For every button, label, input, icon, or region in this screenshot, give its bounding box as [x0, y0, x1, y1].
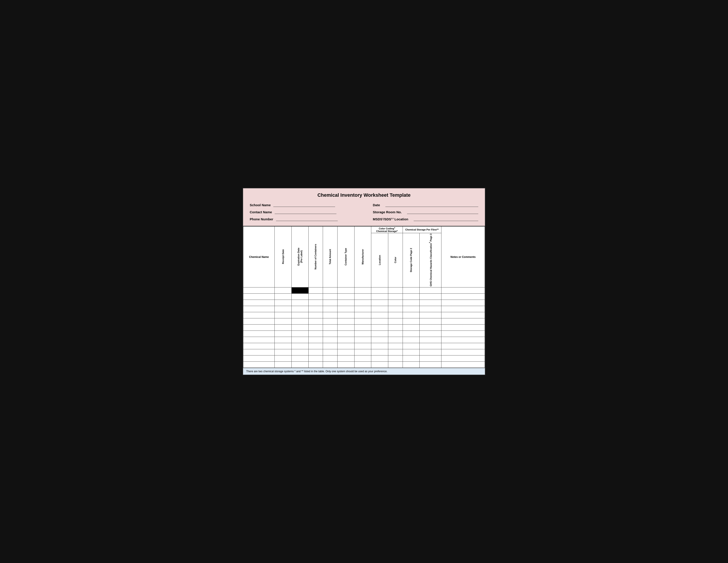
cell-total-amount[interactable]: [323, 319, 338, 325]
cell-chemical-name[interactable]: [243, 319, 275, 325]
cell-expiration-date[interactable]: [291, 356, 308, 362]
cell-receipt-date[interactable]: [275, 337, 292, 343]
cell-num-containers[interactable]: [308, 294, 323, 300]
cell-container-type[interactable]: [338, 306, 355, 312]
cell-manufacturer[interactable]: [354, 325, 371, 331]
date-input[interactable]: [385, 203, 478, 207]
cell-manufacturer[interactable]: [354, 343, 371, 349]
cell-chemical-name[interactable]: [243, 331, 275, 337]
cell-ghs[interactable]: [420, 331, 441, 337]
cell-chemical-name[interactable]: [243, 325, 275, 331]
cell-manufacturer[interactable]: [354, 288, 371, 294]
cell-chemical-name[interactable]: [243, 356, 275, 362]
cell-chemical-name[interactable]: [243, 294, 275, 300]
cell-storage-code[interactable]: [403, 325, 420, 331]
cell-location[interactable]: [371, 356, 388, 362]
cell-receipt-date[interactable]: [275, 294, 292, 300]
cell-color[interactable]: [388, 300, 403, 306]
cell-receipt-date[interactable]: [275, 325, 292, 331]
cell-storage-code[interactable]: [403, 349, 420, 356]
cell-color[interactable]: [388, 319, 403, 325]
cell-manufacturer[interactable]: [354, 349, 371, 356]
cell-notes[interactable]: [441, 356, 485, 362]
cell-num-containers[interactable]: [308, 356, 323, 362]
cell-location[interactable]: [371, 306, 388, 312]
cell-container-type[interactable]: [338, 312, 355, 319]
cell-manufacturer[interactable]: [354, 300, 371, 306]
cell-notes[interactable]: [441, 294, 485, 300]
cell-receipt-date[interactable]: [275, 288, 292, 294]
cell-ghs[interactable]: [420, 294, 441, 300]
cell-expiration-date[interactable]: [291, 312, 308, 319]
cell-expiration-date[interactable]: [291, 306, 308, 312]
cell-container-type[interactable]: [338, 319, 355, 325]
cell-receipt-date[interactable]: [275, 356, 292, 362]
cell-expiration-date[interactable]: [291, 337, 308, 343]
cell-color[interactable]: [388, 306, 403, 312]
cell-container-type[interactable]: [338, 331, 355, 337]
cell-manufacturer[interactable]: [354, 356, 371, 362]
cell-storage-code[interactable]: [403, 356, 420, 362]
cell-manufacturer[interactable]: [354, 312, 371, 319]
cell-storage-code[interactable]: [403, 362, 420, 368]
cell-storage-code[interactable]: [403, 343, 420, 349]
cell-manufacturer[interactable]: [354, 362, 371, 368]
cell-expiration-date[interactable]: [291, 300, 308, 306]
cell-notes[interactable]: [441, 325, 485, 331]
cell-total-amount[interactable]: [323, 349, 338, 356]
cell-expiration-date[interactable]: [291, 349, 308, 356]
cell-chemical-name[interactable]: [243, 362, 275, 368]
cell-num-containers[interactable]: [308, 319, 323, 325]
cell-container-type[interactable]: [338, 337, 355, 343]
cell-storage-code[interactable]: [403, 294, 420, 300]
cell-num-containers[interactable]: [308, 300, 323, 306]
cell-location[interactable]: [371, 343, 388, 349]
msds-location-input[interactable]: [414, 217, 478, 221]
cell-num-containers[interactable]: [308, 312, 323, 319]
cell-ghs[interactable]: [420, 306, 441, 312]
cell-expiration-date[interactable]: [291, 343, 308, 349]
cell-color[interactable]: [388, 312, 403, 319]
cell-ghs[interactable]: [420, 362, 441, 368]
cell-storage-code[interactable]: [403, 337, 420, 343]
cell-total-amount[interactable]: [323, 325, 338, 331]
cell-ghs[interactable]: [420, 337, 441, 343]
cell-num-containers[interactable]: [308, 325, 323, 331]
cell-ghs[interactable]: [420, 349, 441, 356]
cell-num-containers[interactable]: [308, 288, 323, 294]
cell-ghs[interactable]: [420, 343, 441, 349]
cell-container-type[interactable]: [338, 325, 355, 331]
cell-expiration-date[interactable]: [291, 294, 308, 300]
cell-chemical-name[interactable]: [243, 343, 275, 349]
cell-total-amount[interactable]: [323, 288, 338, 294]
cell-total-amount[interactable]: [323, 294, 338, 300]
cell-ghs[interactable]: [420, 356, 441, 362]
cell-num-containers[interactable]: [308, 343, 323, 349]
cell-total-amount[interactable]: [323, 337, 338, 343]
cell-notes[interactable]: [441, 319, 485, 325]
cell-receipt-date[interactable]: [275, 349, 292, 356]
cell-location[interactable]: [371, 331, 388, 337]
cell-receipt-date[interactable]: [275, 331, 292, 337]
cell-location[interactable]: [371, 337, 388, 343]
cell-location[interactable]: [371, 362, 388, 368]
cell-chemical-name[interactable]: [243, 337, 275, 343]
cell-storage-code[interactable]: [403, 312, 420, 319]
cell-manufacturer[interactable]: [354, 337, 371, 343]
cell-receipt-date[interactable]: [275, 300, 292, 306]
cell-notes[interactable]: [441, 349, 485, 356]
cell-total-amount[interactable]: [323, 312, 338, 319]
cell-manufacturer[interactable]: [354, 319, 371, 325]
cell-notes[interactable]: [441, 312, 485, 319]
cell-ghs[interactable]: [420, 300, 441, 306]
phone-number-input[interactable]: [276, 217, 338, 221]
cell-receipt-date[interactable]: [275, 306, 292, 312]
cell-notes[interactable]: [441, 343, 485, 349]
cell-total-amount[interactable]: [323, 362, 338, 368]
cell-color[interactable]: [388, 349, 403, 356]
cell-manufacturer[interactable]: [354, 306, 371, 312]
cell-location[interactable]: [371, 312, 388, 319]
cell-storage-code[interactable]: [403, 300, 420, 306]
cell-container-type[interactable]: [338, 288, 355, 294]
cell-ghs[interactable]: [420, 288, 441, 294]
